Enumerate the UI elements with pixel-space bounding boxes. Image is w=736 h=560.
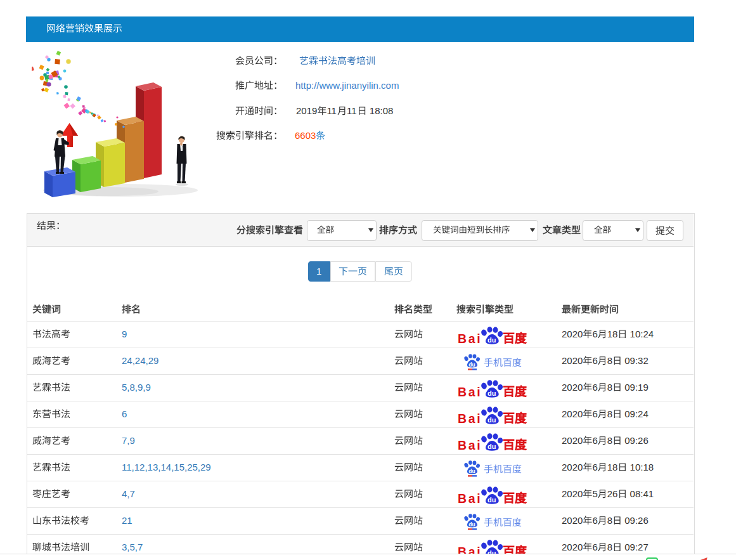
svg-text:6603: 6603 — [295, 130, 316, 141]
svg-text:09:32: 09:32 — [622, 355, 649, 366]
svg-text:2020: 2020 — [562, 329, 583, 339]
svg-text:8: 8 — [607, 435, 612, 446]
svg-text:2020: 2020 — [562, 462, 583, 472]
svg-text:10:18: 10:18 — [627, 462, 654, 472]
svg-text:10:24: 10:24 — [627, 329, 654, 339]
svg-text:09:24: 09:24 — [622, 408, 649, 419]
svg-text:5,8,9,9: 5,8,9,9 — [122, 382, 151, 393]
svg-text:1: 1 — [316, 266, 321, 277]
svg-text:7,9: 7,9 — [122, 435, 135, 446]
svg-text:26: 26 — [607, 488, 618, 499]
svg-text:2019: 2019 — [296, 105, 317, 116]
svg-text:du: du — [487, 443, 496, 450]
svg-text:du: du — [468, 521, 475, 528]
svg-text:6: 6 — [122, 408, 127, 419]
svg-text:6: 6 — [592, 462, 597, 472]
svg-text:11,12,13,14,15,25,29: 11,12,13,14,15,25,29 — [122, 462, 211, 472]
svg-text:09:26: 09:26 — [622, 435, 649, 446]
svg-text:Bai: Bai — [458, 492, 482, 505]
svg-text:09:19: 09:19 — [622, 382, 649, 393]
svg-text:4,7: 4,7 — [122, 488, 135, 499]
svg-text:du: du — [487, 389, 496, 397]
svg-text:6: 6 — [592, 435, 597, 446]
svg-text:8: 8 — [607, 515, 612, 526]
svg-text:2020: 2020 — [562, 515, 583, 526]
svg-text:Bai: Bai — [458, 438, 482, 452]
svg-text:du: du — [487, 416, 496, 424]
svg-text:6: 6 — [592, 408, 597, 419]
svg-text:8: 8 — [607, 355, 612, 366]
svg-text:8: 8 — [607, 542, 612, 552]
svg-text:08:41: 08:41 — [627, 488, 654, 499]
svg-text:18:08: 18:08 — [367, 105, 393, 116]
svg-text:21: 21 — [122, 515, 132, 526]
svg-text:Bai: Bai — [458, 332, 482, 346]
svg-text:2020: 2020 — [562, 355, 583, 366]
svg-text:5: 5 — [592, 488, 597, 499]
svg-text:18: 18 — [607, 462, 618, 472]
svg-text:09:27: 09:27 — [622, 542, 649, 552]
svg-text:du: du — [487, 496, 496, 504]
svg-text:6: 6 — [592, 515, 597, 526]
svg-text:18: 18 — [607, 329, 618, 339]
svg-text:2020: 2020 — [562, 408, 583, 419]
svg-text:6: 6 — [592, 542, 597, 552]
svg-text:8: 8 — [607, 382, 612, 393]
svg-text:6: 6 — [592, 355, 597, 366]
svg-text:11: 11 — [326, 105, 337, 116]
svg-text:6: 6 — [592, 382, 597, 393]
svg-text:2020: 2020 — [562, 488, 583, 499]
svg-text:du: du — [468, 361, 475, 368]
svg-text:24,24,29: 24,24,29 — [122, 355, 158, 366]
svg-text:2020: 2020 — [562, 382, 583, 393]
svg-text:http://www.jinanyilin.com: http://www.jinanyilin.com — [295, 80, 399, 91]
svg-text:8: 8 — [607, 408, 612, 419]
svg-text:2020: 2020 — [562, 542, 583, 552]
svg-text:Bai: Bai — [458, 412, 482, 426]
svg-text:Bai: Bai — [458, 385, 482, 399]
svg-text:11: 11 — [347, 105, 357, 116]
svg-text:3,5,7: 3,5,7 — [122, 542, 143, 552]
svg-text:2020: 2020 — [562, 435, 583, 446]
svg-text:6: 6 — [592, 329, 597, 339]
svg-text:09:26: 09:26 — [622, 515, 649, 526]
svg-text:9: 9 — [122, 329, 127, 339]
svg-text:du: du — [468, 468, 475, 474]
svg-text:du: du — [487, 336, 496, 344]
